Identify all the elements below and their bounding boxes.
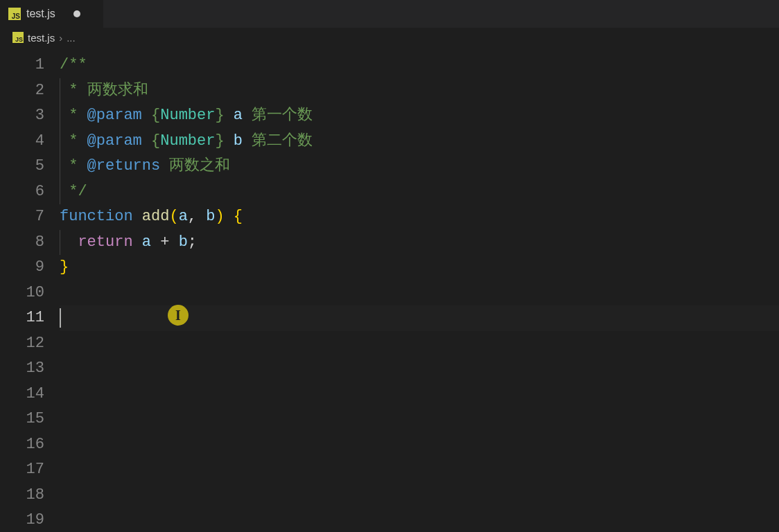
line-number: 9 [0, 255, 44, 281]
code-line [60, 457, 779, 483]
line-number: 5 [0, 154, 44, 179]
code-line: * 两数求和 [60, 78, 779, 104]
line-number: 8 [0, 230, 44, 256]
tab-bar: JS test.js [0, 0, 779, 28]
text-cursor [60, 308, 61, 328]
line-number-gutter: 12345678910111213141516171819 [0, 53, 60, 532]
line-number: 16 [0, 432, 44, 458]
line-number: 11 [0, 305, 44, 331]
caret-indicator-icon: I [168, 305, 189, 326]
tab-label: test.js [26, 8, 55, 20]
code-editor[interactable]: 12345678910111213141516171819 /** * 两数求和… [0, 47, 779, 532]
breadcrumb: JS test.js › ... [0, 28, 779, 47]
line-number: 19 [0, 508, 44, 532]
code-line [60, 508, 779, 532]
code-line: * @param {Number} a 第一个数 [60, 103, 779, 129]
code-line: */ [60, 179, 779, 205]
breadcrumb-file[interactable]: test.js [28, 32, 55, 44]
line-number: 2 [0, 78, 44, 104]
line-number: 13 [0, 356, 44, 382]
code-line [60, 331, 779, 357]
code-line: * @returns 两数之和 [60, 154, 779, 179]
line-number: 6 [0, 179, 44, 205]
code-line [60, 407, 779, 432]
line-number: 10 [0, 281, 44, 306]
line-number: 14 [0, 382, 44, 407]
code-line [60, 432, 779, 458]
line-number: 3 [0, 103, 44, 129]
line-number: 1 [0, 53, 44, 78]
line-number: 18 [0, 483, 44, 508]
code-line: } [60, 255, 779, 281]
line-number: 12 [0, 331, 44, 357]
code-line: * @param {Number} b 第二个数 [60, 129, 779, 154]
code-area[interactable]: /** * 两数求和 * @param {Number} a 第一个数 * @p… [60, 53, 779, 532]
line-number: 7 [0, 204, 44, 230]
dirty-indicator-icon[interactable] [73, 10, 80, 17]
breadcrumb-more[interactable]: ... [67, 32, 76, 44]
line-number: 17 [0, 457, 44, 483]
chevron-right-icon: › [59, 32, 62, 44]
tab-test-js[interactable]: JS test.js [0, 0, 104, 28]
js-file-icon: JS [12, 32, 24, 43]
js-file-icon: JS [8, 8, 21, 20]
code-line [60, 281, 779, 306]
code-line [60, 483, 779, 508]
code-line: /** [60, 53, 779, 78]
line-number: 15 [0, 407, 44, 432]
code-line: return a + b; [60, 230, 779, 256]
code-line: function add(a, b) { [60, 204, 779, 230]
code-line [60, 382, 779, 407]
line-number: 4 [0, 129, 44, 154]
code-line [60, 356, 779, 382]
